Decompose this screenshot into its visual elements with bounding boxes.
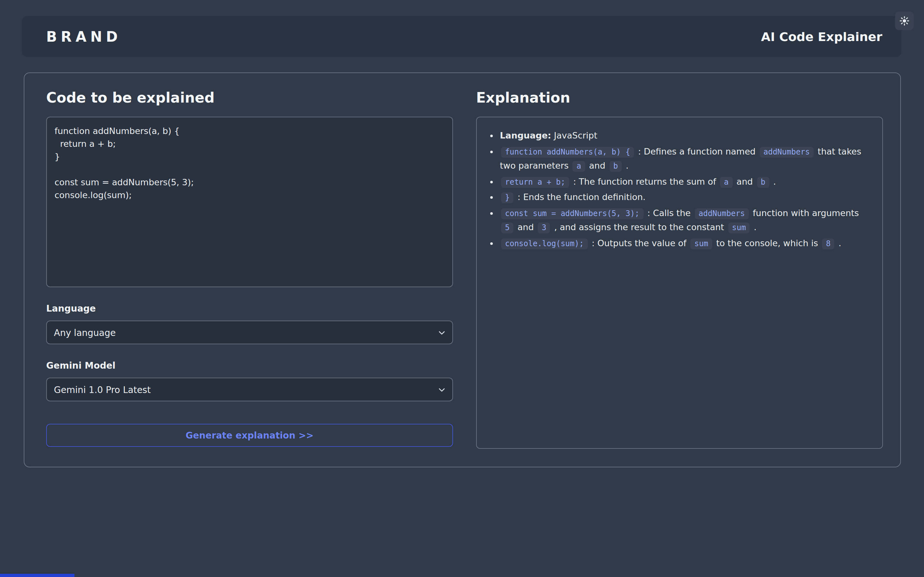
bullet-text: : Outputs the value of xyxy=(589,238,690,248)
model-select[interactable]: Gemini 1.0 Pro Latest xyxy=(46,378,453,401)
bullet-text: and xyxy=(734,176,756,186)
bullet-text: to the console, which is xyxy=(714,238,821,248)
bullet-text: : The function returns the sum of xyxy=(570,176,719,186)
inline-code-chip: function addNumbers(a, b) { xyxy=(501,147,634,158)
explanation-bullet: return a + b; : The function returns the… xyxy=(500,175,869,189)
explanation-bullet: function addNumbers(a, b) { : Defines a … xyxy=(500,145,869,173)
inline-code-chip: a xyxy=(573,161,585,171)
inline-code-chip: 8 xyxy=(822,239,834,250)
inline-code-chip: sum xyxy=(690,239,712,250)
horizontal-scrollbar-thumb[interactable] xyxy=(0,574,74,577)
app-root: BRAND AI Code Explainer Code to be expla… xyxy=(0,0,924,577)
bullet-text: : Calls the xyxy=(645,208,693,218)
code-input[interactable]: function addNumbers(a, b) { return a + b… xyxy=(46,117,453,287)
bullet-text: JavaScript xyxy=(551,130,598,140)
bullet-text: . xyxy=(836,238,841,248)
code-panel-title: Code to be explained xyxy=(46,90,453,106)
inline-code-chip: return a + b; xyxy=(501,177,569,187)
explanation-list: Language: JavaScriptfunction addNumbers(… xyxy=(487,129,869,251)
brand-logo: BRAND xyxy=(46,29,121,45)
inline-code-chip: 3 xyxy=(538,222,550,234)
sun-icon xyxy=(900,16,909,26)
theme-toggle-button[interactable] xyxy=(895,11,914,30)
model-label: Gemini Model xyxy=(46,360,453,371)
inline-code-chip: sum xyxy=(728,222,750,234)
app-title: AI Code Explainer xyxy=(761,29,882,44)
code-panel: Code to be explained function addNumbers… xyxy=(24,73,453,467)
explanation-panel: Explanation Language: JavaScriptfunction… xyxy=(453,73,901,467)
bullet-text: . xyxy=(771,176,776,186)
inline-code-chip: b xyxy=(609,161,622,171)
inline-code-chip: } xyxy=(501,193,513,203)
inline-code-chip: 5 xyxy=(501,222,513,234)
explanation-bullet: } : Ends the function definition. xyxy=(500,191,869,205)
inline-code-chip: b xyxy=(757,177,769,187)
language-select-wrap: Any language xyxy=(46,321,453,344)
generate-explanation-button[interactable]: Generate explanation >> xyxy=(46,424,453,447)
model-select-wrap: Gemini 1.0 Pro Latest xyxy=(46,378,453,401)
inline-code-chip: a xyxy=(720,177,732,187)
inline-code-chip: const sum = addNumbers(5, 3); xyxy=(501,209,643,219)
explanation-title: Explanation xyxy=(476,90,883,106)
bullet-text: . xyxy=(623,160,628,170)
language-select[interactable]: Any language xyxy=(46,321,453,344)
inline-code-chip: addNumbers xyxy=(760,147,814,158)
explanation-bullet: const sum = addNumbers(5, 3); : Calls th… xyxy=(500,207,869,235)
header: BRAND AI Code Explainer xyxy=(22,16,901,57)
bullet-text: : Defines a function named xyxy=(635,146,758,156)
bullet-text: , and assigns the result to the constant xyxy=(551,222,727,232)
bullet-text: : Ends the function definition. xyxy=(515,192,646,202)
inline-code-chip: console.log(sum); xyxy=(501,239,588,250)
main-card: Code to be explained function addNumbers… xyxy=(24,73,901,467)
inline-code-chip: addNumbers xyxy=(695,209,749,219)
explanation-bullet: Language: JavaScript xyxy=(500,129,869,143)
bold-text: Language: xyxy=(500,130,551,140)
bullet-text: and xyxy=(515,222,536,232)
bullet-text: and xyxy=(586,160,608,170)
explanation-box[interactable]: Language: JavaScriptfunction addNumbers(… xyxy=(476,117,883,449)
explanation-bullet: console.log(sum); : Outputs the value of… xyxy=(500,237,869,251)
bullet-text: function with arguments xyxy=(750,208,859,218)
bullet-text: . xyxy=(751,222,756,232)
language-label: Language xyxy=(46,303,453,314)
